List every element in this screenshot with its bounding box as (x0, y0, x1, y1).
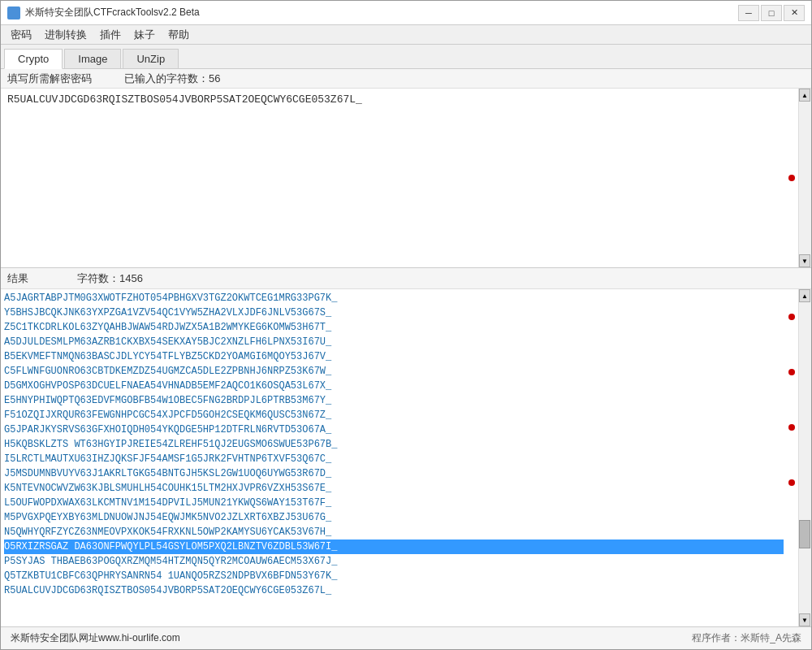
output-line: D5GMXOGHVPOSP63DCUELFNAEA54VHNADB5EMF2AQ… (4, 379, 784, 393)
output-indicator-4 (788, 479, 795, 486)
menu-girl[interactable]: 妹子 (127, 26, 162, 44)
menu-help[interactable]: 帮助 (162, 26, 196, 44)
title-bar-text: 米斯特安全团队CTFcrackToolsv2.2 Beta (25, 6, 738, 20)
tab-image[interactable]: Image (64, 49, 121, 68)
tabs-bar: Crypto Image UnZip (1, 45, 811, 69)
output-scrollbar-thumb[interactable] (799, 520, 810, 548)
app-icon (7, 6, 20, 20)
title-bar: 米斯特安全团队CTFcrackToolsv2.2 Beta ─ □ ✕ (1, 1, 811, 25)
cipher-input[interactable] (1, 89, 798, 267)
output-indicator-2 (788, 369, 795, 375)
tab-unzip[interactable]: UnZip (123, 49, 179, 68)
output-line: O5RXIZRSGAZ DA63ONFPWQYLPL54GSYLOM5PXQ2L… (4, 540, 784, 554)
menu-bar: 密码 进制转换 插件 妹子 帮助 (1, 25, 811, 45)
menu-password[interactable]: 密码 (4, 26, 38, 44)
status-bar: 米斯特安全团队网址www.hi-ourlife.com 程序作者：米斯特_A先森 (1, 626, 811, 649)
output-indicator-3 (788, 424, 795, 431)
output-header: 结果 字符数：1456 (1, 268, 811, 289)
menu-plugin[interactable]: 插件 (93, 26, 127, 44)
output-line: H5KQBSKLZTS WT63HGYIPJREIE54ZLREHF51QJ2E… (4, 437, 784, 452)
output-header-label: 结果 (7, 271, 28, 286)
input-section: 填写所需解密密码 已输入的字符数：56 ▲ ▼ (1, 69, 811, 268)
main-content: 填写所需解密密码 已输入的字符数：56 ▲ ▼ 结果 字符数：1456 (1, 69, 811, 626)
output-line: C5FLWNFGUONRO63CBTDKEMZDZ54UGMZCA5DLE2ZP… (4, 364, 784, 379)
main-window: 米斯特安全团队CTFcrackToolsv2.2 Beta ─ □ ✕ 密码 进… (0, 0, 812, 650)
output-line: A5DJULDESMLPM63AZRB1CKXBX54SEKXAY5BJC2XN… (4, 335, 784, 349)
output-line: J5MSDUMNBVUYV63J1AKRLTGKG54BNTGJH5KSL2GW… (4, 466, 784, 481)
output-line: A5JAGRTABPJTM0G3XWOTFZHOT054PBHGXV3TGZ2O… (4, 291, 784, 306)
output-line: N5QWHYQRFZYCZ63NMEOVPXKOK54FRXKNL5OWP2KA… (4, 525, 784, 540)
input-scroll-down[interactable]: ▼ (799, 254, 810, 267)
input-char-count: 已输入的字符数：56 (124, 72, 220, 86)
output-line: Q5TZKBTU1CBFC63QPHRYSANRN54 1UANQO5RZS2N… (4, 569, 784, 583)
output-line: Z5C1TKCDRLKOL63ZYQAHBJWAW54RDJWZX5A1B2WM… (4, 320, 784, 335)
output-line: R5UALCUVJDCGD63RQISZTBOS054JVBORP5SAT2OE… (4, 583, 784, 598)
output-line: I5LRCTLMAUTXU63IHZJQKSFJF54AMSF1G5JRK2FV… (4, 452, 784, 466)
output-scroll-up[interactable]: ▲ (799, 289, 810, 302)
close-button[interactable]: ✕ (784, 5, 805, 21)
tab-crypto[interactable]: Crypto (4, 49, 63, 69)
output-char-count: 字符数：1456 (77, 271, 143, 286)
output-line: G5JPARJKYSRVS63GFXHOIQDH054YKQDGE5HP12DT… (4, 422, 784, 437)
output-line: B5EKVMEFTNMQN63BASCJDLYCY54TFLYBZ5CKD2YO… (4, 349, 784, 364)
input-scroll-up[interactable]: ▲ (799, 89, 810, 102)
output-line: L5OUFWOPDXWAX63LKCMTNV1M154DPVILJ5MUN21Y… (4, 496, 784, 510)
menu-radix[interactable]: 进制转换 (38, 26, 93, 44)
status-right: 程序作者：米斯特_A先森 (692, 631, 801, 645)
output-line: Y5BHSJBCQKJNK63YXPZGA1VZV54QC1VYW5ZHA2VL… (4, 306, 784, 320)
title-bar-buttons: ─ □ ✕ (738, 5, 805, 21)
input-header-label: 填写所需解密密码 (7, 72, 92, 86)
output-line: K5NTEVNOCWVZW63KJBLSMUHLH54COUHK15LTM2HX… (4, 481, 784, 496)
output-line: E5HNYPHIWQPTQ63EDVFMGOBFB54W1OBEC5FNG2BR… (4, 393, 784, 408)
output-indicator-1 (788, 314, 795, 320)
maximize-button[interactable]: □ (761, 5, 782, 21)
output-content[interactable]: A5JAGRTABPJTM0G3XWOTFZHOT054PBHGXV3TGZ2O… (1, 289, 798, 626)
input-indicator (788, 175, 795, 181)
output-scroll-down[interactable]: ▼ (799, 613, 810, 626)
minimize-button[interactable]: ─ (738, 5, 759, 21)
output-section: 结果 字符数：1456 A5JAGRTABPJTM0G3XWOTFZHOT054… (1, 268, 811, 626)
output-line: F51OZQIJXRQUR63FEWGNHPCGC54XJPCFD5GOH2CS… (4, 408, 784, 422)
output-line: P5SYJAS THBAEB63POGQXRZMQM54HTZMQN5QYR2M… (4, 554, 784, 569)
input-header: 填写所需解密密码 已输入的字符数：56 (1, 69, 811, 89)
output-line: M5PVGXPQEYXBY63MLDNUOWJNJ54EQWJMK5NVO2JZ… (4, 510, 784, 525)
status-left: 米斯特安全团队网址www.hi-ourlife.com (11, 631, 692, 645)
